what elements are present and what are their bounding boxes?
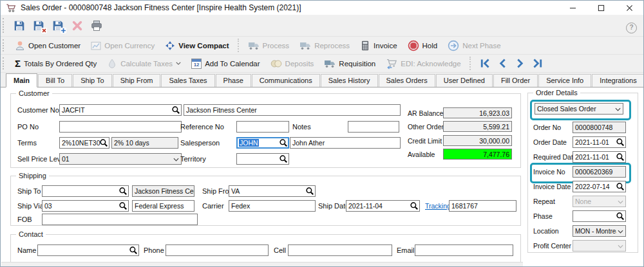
invoice-no-label: Invoice No (533, 166, 565, 178)
search-icon[interactable] (616, 152, 625, 161)
totals-by-ordered-qty-button[interactable]: ΣTotals By Ordered Qty (10, 55, 102, 72)
process-button: Process (243, 37, 295, 54)
notes-input[interactable] (348, 121, 399, 133)
requisition-button[interactable]: Requisition (319, 55, 381, 72)
ship-via-input[interactable]: 03 (42, 200, 129, 212)
save-new-button[interactable] (48, 15, 68, 36)
chevron-down-icon (176, 62, 181, 65)
print-button[interactable] (87, 15, 106, 36)
territory-input[interactable] (236, 153, 289, 165)
location-select[interactable]: MON - Montreal (573, 225, 626, 237)
ship-via-label: Ship Via (17, 200, 44, 212)
customer-group-title: Customer (16, 89, 52, 97)
search-icon[interactable] (410, 201, 419, 210)
required-date-input[interactable]: 2021-11-01 (573, 151, 626, 163)
tab-bill-to[interactable]: Bill To (38, 74, 72, 87)
tab-main[interactable]: Main (6, 73, 37, 87)
customer-no-input[interactable]: JACFIT (59, 104, 182, 116)
hold-button[interactable]: Hold (402, 37, 443, 54)
tab-ship-to[interactable]: Ship To (73, 74, 112, 87)
ar-balance-label: AR Balance (408, 107, 443, 119)
last-record-button[interactable] (532, 59, 543, 68)
contact-cell-label: Cell (274, 244, 286, 256)
first-record-button[interactable] (480, 59, 491, 68)
tracking-link[interactable]: Tracking (425, 200, 451, 212)
tab-communications[interactable]: Communications (252, 74, 320, 87)
tab-sales-history[interactable]: Sales History (321, 74, 378, 87)
carrier-label: Carrier (202, 200, 224, 212)
search-icon[interactable] (616, 182, 625, 191)
credit-limit-field: 30,000.00 (443, 135, 512, 146)
terms-input[interactable]: 2%10NET30 (59, 137, 109, 149)
invoice-button[interactable]: Invoice (355, 37, 402, 54)
order-date-input[interactable]: 2021-11-01 (573, 136, 626, 148)
search-icon[interactable] (129, 246, 138, 255)
search-icon[interactable] (616, 138, 625, 147)
save-button[interactable] (10, 15, 29, 36)
search-icon[interactable] (279, 154, 288, 163)
invoice-date-input[interactable]: 2022-07-14 (573, 181, 626, 192)
ship-from-input[interactable]: VA (229, 185, 316, 197)
notes-label: Notes (292, 121, 311, 133)
reference-no-input[interactable] (236, 121, 289, 133)
contact-phone-input[interactable] (166, 244, 269, 256)
save-icon (14, 20, 25, 32)
printer-icon (91, 20, 102, 32)
carrier-input[interactable]: Fedex (229, 200, 316, 212)
next-record-button[interactable] (515, 59, 526, 68)
fob-input[interactable] (42, 214, 198, 225)
ship-to-input[interactable] (42, 185, 129, 197)
open-customer-button[interactable]: Open Customer (10, 37, 86, 54)
tab-sales-taxes[interactable]: Sales Taxes (161, 74, 214, 87)
customer-group: Customer Customer No JACFIT Jackson Fitn… (10, 93, 521, 168)
ship-via-description-input[interactable]: Federal Express (132, 200, 194, 212)
customer-name-input[interactable]: Jackson Fitness Center (184, 104, 401, 116)
close-button[interactable] (615, 1, 643, 15)
tracking-number-input[interactable]: 1681767 (449, 200, 516, 212)
search-icon[interactable] (305, 187, 314, 196)
tab-user-defined[interactable]: User Defined (436, 74, 493, 87)
tab-fill-order[interactable]: Fill Order (493, 74, 538, 87)
shipping-group-title: Shipping (16, 172, 49, 180)
edi-cart-icon (386, 58, 397, 69)
view-compact-button[interactable]: View Compact (160, 37, 234, 54)
close-icon (626, 5, 633, 12)
title-bar: Sales Order - 0000800748 Jackson Fitness… (1, 1, 643, 15)
contact-name-input[interactable] (37, 244, 139, 256)
tab-service-info[interactable]: Service Info (538, 74, 591, 87)
add-to-calendar-button[interactable]: 12Add To Calendar (186, 55, 265, 72)
available-credit-field: 7,477.76 (443, 149, 512, 160)
sell-price-level-select[interactable]: 01 (59, 153, 182, 165)
previous-record-button[interactable] (497, 59, 508, 68)
tab-ship-from[interactable]: Ship From (113, 74, 161, 87)
tab-sales-orders[interactable]: Sales Orders (379, 74, 435, 87)
credit-limit-label: Credit Limit (408, 135, 442, 147)
ship-to-name-field: Jackson Fitness Center (132, 185, 194, 197)
ship-date-input[interactable]: 2021-11-04 (346, 200, 420, 212)
order-details-group: Order Details Closed Sales Order Order N… (527, 93, 638, 253)
save-close-button[interactable] (29, 15, 48, 36)
minimize-icon (569, 5, 576, 12)
order-status-select[interactable]: Closed Sales Order (535, 103, 623, 115)
search-icon[interactable] (616, 212, 625, 221)
main-tab-page: Customer Customer No JACFIT Jackson Fitn… (1, 87, 643, 267)
search-icon[interactable] (118, 187, 128, 196)
other-orders-label: Other Orders (408, 121, 447, 133)
minimize-button[interactable] (558, 1, 587, 15)
search-icon[interactable] (171, 106, 180, 115)
search-icon[interactable] (99, 138, 108, 147)
phase-input[interactable] (573, 210, 626, 222)
tab-phase[interactable]: Phase (216, 74, 251, 87)
maximize-button[interactable] (587, 1, 615, 15)
toolbar-grip (3, 57, 7, 69)
search-icon[interactable] (279, 138, 288, 147)
search-icon[interactable] (118, 201, 128, 210)
contact-email-input[interactable] (415, 244, 513, 256)
contact-cell-input[interactable] (288, 244, 392, 256)
salesperson-input[interactable]: JOHN (236, 137, 289, 149)
salesperson-name-input[interactable]: John Ather (290, 137, 401, 149)
help-button[interactable]: ? (626, 23, 637, 33)
tab-integrations[interactable]: Integrations (592, 74, 644, 87)
po-no-input[interactable] (59, 121, 182, 133)
available-label: Available (408, 149, 435, 160)
